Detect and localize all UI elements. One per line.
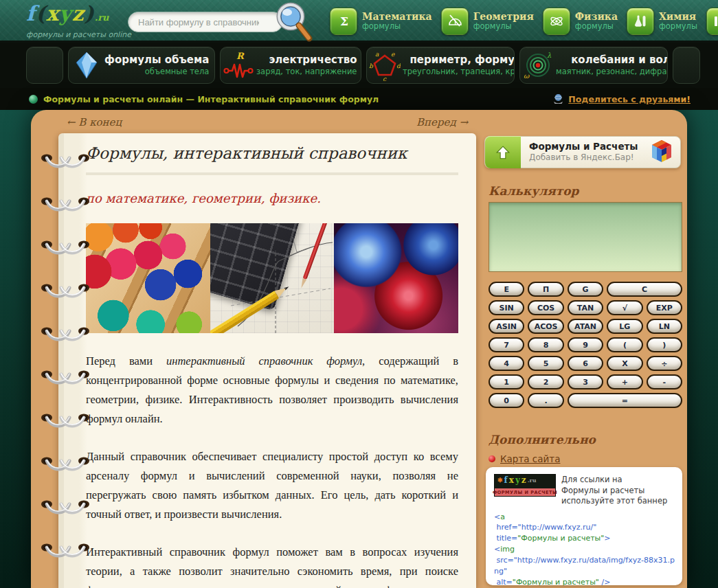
calc-key-3[interactable]: 3 bbox=[568, 374, 603, 389]
calc-key-2[interactable]: 2 bbox=[528, 374, 563, 389]
pager-nav: ← В конец Вперед → bbox=[58, 116, 476, 128]
nav-title: Геометрия bbox=[473, 12, 534, 23]
calc-key-.[interactable]: . bbox=[528, 393, 563, 408]
calc-key-C[interactable]: C bbox=[607, 282, 682, 297]
calc-key-ACOS[interactable]: ACOS bbox=[528, 319, 563, 334]
calc-key-COS[interactable]: COS bbox=[528, 300, 563, 315]
svg-text:b: b bbox=[369, 63, 374, 69]
search-magnifier-icon[interactable] bbox=[272, 0, 315, 43]
search-input[interactable] bbox=[128, 12, 283, 32]
calc-key-П[interactable]: П bbox=[528, 282, 563, 297]
nav-title: Математика bbox=[362, 12, 432, 23]
formula-curves bbox=[210, 223, 335, 333]
calc-key-LN[interactable]: LN bbox=[647, 319, 682, 334]
top-header: f(xyz).ru формулы и расчеты online ΣМате… bbox=[0, 0, 718, 43]
subnav-subtitle: заряд, ток, напряжение bbox=[256, 67, 357, 76]
paragraph-1: Перед вами интерактивный справочник форм… bbox=[86, 352, 458, 429]
subnav-title: формулы объема bbox=[104, 54, 209, 67]
subnav-subtitle: маятник, резонанс, дифракция bbox=[556, 67, 668, 76]
binder-ring bbox=[39, 148, 91, 168]
svg-text:c: c bbox=[383, 76, 387, 81]
banner-instruction-line: Для ссылки на bbox=[561, 475, 667, 486]
breadcrumb-text: Формулы и расчеты онлайн — Интерактивный… bbox=[43, 94, 379, 104]
share-hand-globe-icon bbox=[552, 93, 564, 104]
calc-key-+[interactable]: + bbox=[607, 374, 642, 389]
protractor-icon bbox=[441, 8, 469, 35]
calc-key-SIN[interactable]: SIN bbox=[489, 300, 524, 315]
site-logo[interactable]: f(xyz).ru формулы и расчеты online bbox=[26, 3, 129, 39]
code-line: href="http://www.fxyz.ru/" bbox=[494, 522, 675, 533]
svg-text:ω: ω bbox=[524, 72, 530, 80]
calc-key-G[interactable]: G bbox=[568, 282, 603, 297]
waves-icon: ωλ bbox=[520, 50, 556, 80]
binder-ring bbox=[39, 494, 91, 514]
subnav-item-2[interactable]: Rэлектричествозаряд, ток, напряжение bbox=[220, 47, 361, 84]
calc-key-7[interactable]: 7 bbox=[489, 337, 524, 352]
paragraph-3: Интерактивный справочник формул поможет … bbox=[86, 543, 458, 588]
subnav-item-1[interactable]: формулы объемаобъемные тела bbox=[68, 47, 215, 84]
calc-key-ASIN[interactable]: ASIN bbox=[489, 319, 524, 334]
calc-key-√[interactable]: √ bbox=[607, 300, 642, 315]
wood-panel: ← В конец Вперед → Формулы, интерактивны… bbox=[31, 110, 687, 588]
red-bullet-icon bbox=[489, 455, 495, 462]
secondary-nav: формулы объемаобъемные телаRэлектричеств… bbox=[0, 43, 718, 88]
top-nav-item-5[interactable]: Таблицысправочные bbox=[706, 8, 718, 35]
calculator-keypad: EПGCSINCOSTAN√EXPASINACOSATANLGLN789()45… bbox=[489, 282, 682, 408]
share-link[interactable]: Поделитесь с друзьями! bbox=[552, 93, 691, 104]
top-nav-item-3[interactable]: Физикаформулы bbox=[543, 8, 618, 35]
subnav-item-3[interactable]: aebdcпериметр, формулытреугольник, трапе… bbox=[366, 47, 515, 84]
nav-title: Химия bbox=[659, 12, 697, 23]
calc-key-TAN[interactable]: TAN bbox=[568, 300, 603, 315]
calc-key-([interactable]: ( bbox=[607, 337, 642, 352]
binder-ring bbox=[39, 278, 91, 298]
calc-key-X[interactable]: X bbox=[607, 356, 642, 371]
binder-ring bbox=[39, 364, 91, 385]
calc-key-=[interactable]: = bbox=[568, 393, 682, 408]
photo-strip bbox=[86, 223, 458, 333]
subnav-item-4[interactable]: ωλколебания и волнымаятник, резонанс, ди… bbox=[519, 47, 668, 84]
pager-back-link[interactable]: ← В конец bbox=[67, 116, 122, 128]
photo-spheres bbox=[334, 223, 458, 333]
calc-key-EXP[interactable]: EXP bbox=[647, 300, 682, 315]
code-line: <a bbox=[494, 512, 675, 523]
calc-key-6[interactable]: 6 bbox=[568, 356, 603, 371]
svg-text:e: e bbox=[391, 51, 395, 58]
binder-ring bbox=[39, 234, 91, 255]
yandex-bar-banner[interactable]: Формулы и Расчеты Добавить в Яндекс.Бар! bbox=[484, 136, 681, 168]
calc-key-5[interactable]: 5 bbox=[528, 356, 563, 371]
top-nav-item-1[interactable]: ΣМатематикаформулы bbox=[330, 8, 432, 35]
calc-key-0[interactable]: 0 bbox=[489, 393, 524, 408]
top-nav-item-4[interactable]: Химияформулы bbox=[627, 8, 697, 35]
calc-key--[interactable]: - bbox=[647, 374, 682, 389]
binder-ring bbox=[39, 451, 91, 471]
banner-instructions: Для ссылки наФормулы и расчетыиспользуйт… bbox=[561, 474, 667, 507]
calc-key-9[interactable]: 9 bbox=[568, 337, 603, 352]
title-divider bbox=[86, 172, 458, 175]
top-nav-item-2[interactable]: Геометрияформулы bbox=[441, 8, 534, 35]
search-area bbox=[128, 12, 283, 32]
subnav-title: колебания и волны bbox=[571, 54, 668, 67]
binder-ring bbox=[39, 321, 91, 341]
calc-key-÷[interactable]: ÷ bbox=[647, 356, 682, 371]
calc-key-ATAN[interactable]: ATAN bbox=[568, 319, 603, 334]
subnav-spacer-button-left[interactable] bbox=[26, 47, 63, 84]
sigma-icon: Σ bbox=[330, 8, 357, 35]
globe-icon bbox=[29, 95, 38, 104]
calc-key-8[interactable]: 8 bbox=[528, 337, 563, 352]
subnav-spacer-button-right[interactable] bbox=[673, 47, 700, 84]
pager-forward-link[interactable]: Вперед → bbox=[416, 116, 468, 128]
calc-key-4[interactable]: 4 bbox=[489, 356, 524, 371]
calc-key-E[interactable]: E bbox=[489, 282, 524, 297]
flasks-icon bbox=[627, 8, 654, 35]
logo-tagline: формулы и расчеты online bbox=[26, 30, 129, 39]
banner-instruction-line: используйте этот баннер bbox=[561, 496, 667, 507]
sitemap-link[interactable]: Карта сайта bbox=[489, 453, 560, 464]
main-background: ← В конец Вперед → Формулы, интерактивны… bbox=[0, 110, 718, 588]
svg-text:R: R bbox=[236, 51, 245, 61]
calc-key-1[interactable]: 1 bbox=[489, 374, 524, 389]
books-icon bbox=[706, 8, 718, 35]
calc-key-)[interactable]: ) bbox=[647, 337, 682, 352]
paragraph-2: Данный справочник обеспечивает специалис… bbox=[86, 447, 458, 524]
calc-key-LG[interactable]: LG bbox=[607, 319, 642, 334]
add-arrow-icon bbox=[485, 136, 521, 168]
